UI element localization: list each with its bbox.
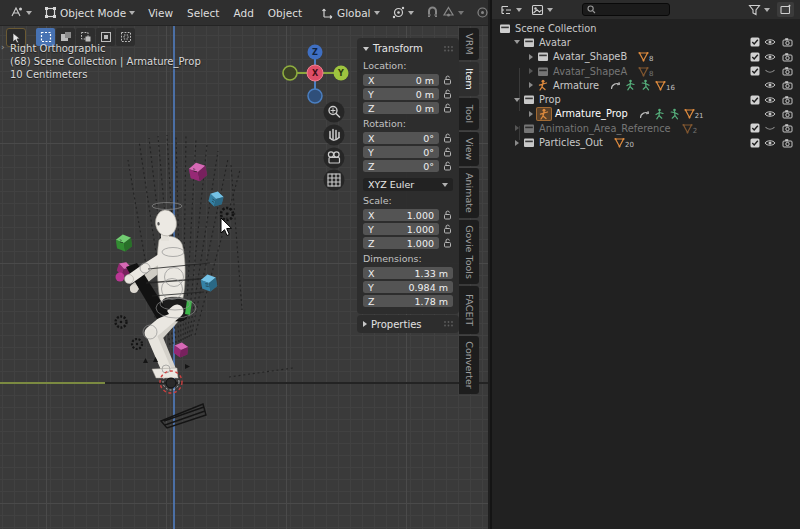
ground-wedge-wireframe[interactable] bbox=[161, 404, 206, 428]
lock-location-z-button[interactable] bbox=[442, 103, 453, 113]
scale-x-field[interactable]: X 1.000 bbox=[363, 209, 439, 221]
hide-eye-toggle[interactable] bbox=[764, 95, 776, 104]
hide-eye-toggle-closed[interactable] bbox=[764, 67, 776, 76]
outliner-row-armature-prop[interactable]: Armature_Prop bbox=[492, 107, 800, 121]
mode-select[interactable]: Object Mode bbox=[39, 4, 140, 21]
rotation-x-field[interactable]: X 0° bbox=[363, 132, 439, 144]
lock-rotation-z-button[interactable] bbox=[442, 161, 453, 171]
outliner-row-particles-out[interactable]: Particles_Out 20 bbox=[492, 135, 800, 149]
lock-rotation-y-button[interactable] bbox=[442, 147, 453, 157]
disclosure-triangle[interactable] bbox=[512, 125, 522, 131]
outliner-row-scene-collection[interactable]: Scene Collection bbox=[492, 21, 800, 35]
tab-animate[interactable]: Animate bbox=[459, 168, 479, 218]
scale-y-field[interactable]: Y 1.000 bbox=[363, 223, 439, 235]
exclude-checkbox[interactable] bbox=[750, 66, 760, 76]
camera-view-button[interactable] bbox=[324, 148, 345, 169]
render-camera-toggle[interactable] bbox=[782, 37, 793, 47]
panel-grip-icon[interactable] bbox=[444, 321, 453, 327]
new-collection-button[interactable] bbox=[777, 2, 794, 17]
lock-rotation-x-button[interactable] bbox=[442, 133, 453, 143]
active-object-text: (68) Scene Collection | Armature_Prop bbox=[10, 55, 201, 68]
hide-eye-toggle[interactable] bbox=[764, 81, 776, 90]
disclosure-triangle[interactable] bbox=[512, 98, 522, 102]
hide-eye-toggle[interactable] bbox=[764, 52, 776, 61]
tab-item[interactable]: Item bbox=[459, 62, 479, 96]
view-axis-gizmo[interactable]: Z Y X bbox=[283, 45, 349, 104]
toolbar-expand-arrow[interactable]: › bbox=[1, 42, 5, 52]
hide-eye-toggle[interactable] bbox=[764, 138, 776, 147]
outliner-row-animation-area-reference[interactable]: Animation_Area_Reference 2 bbox=[492, 121, 800, 135]
exclude-checkbox[interactable] bbox=[750, 52, 760, 62]
dimensions-x-field[interactable]: X 1.33 m bbox=[363, 267, 453, 279]
hide-eye-toggle[interactable] bbox=[764, 38, 776, 47]
hide-eye-toggle-closed[interactable] bbox=[764, 124, 776, 133]
render-camera-toggle[interactable] bbox=[782, 123, 793, 133]
disclosure-triangle[interactable] bbox=[526, 54, 536, 60]
disclosure-triangle[interactable] bbox=[512, 40, 522, 44]
lock-scale-x-button[interactable] bbox=[442, 210, 453, 220]
exclude-checkbox[interactable] bbox=[750, 138, 760, 148]
tab-tool[interactable]: Tool bbox=[459, 98, 479, 130]
outliner-row-avatar-shapea[interactable]: Avatar_ShapeA 8 bbox=[492, 64, 800, 78]
display-mode-button[interactable] bbox=[529, 3, 555, 17]
orientation-select[interactable]: Global bbox=[316, 4, 385, 21]
render-camera-toggle[interactable] bbox=[782, 109, 793, 119]
search-input[interactable] bbox=[599, 5, 661, 15]
tab-faceit[interactable]: FACEIT bbox=[459, 286, 479, 334]
hide-eye-toggle[interactable] bbox=[764, 109, 776, 118]
menu-add[interactable]: Add bbox=[227, 5, 259, 21]
editor-type-button[interactable] bbox=[4, 4, 37, 21]
properties-panel-header[interactable]: Properties bbox=[357, 315, 459, 333]
outliner-row-avatar[interactable]: Avatar bbox=[492, 35, 800, 49]
outliner-search[interactable] bbox=[582, 3, 670, 16]
filter-button[interactable] bbox=[746, 3, 772, 17]
tab-govie-tools[interactable]: Govie Tools bbox=[459, 220, 479, 284]
dimensions-y-field[interactable]: Y 0.984 m bbox=[363, 281, 453, 293]
location-x-field[interactable]: X 0 m bbox=[363, 74, 439, 86]
location-z-field[interactable]: Z 0 m bbox=[363, 102, 439, 114]
render-camera-toggle[interactable] bbox=[782, 80, 793, 90]
menu-select[interactable]: Select bbox=[181, 5, 225, 21]
location-y-field[interactable]: Y 0 m bbox=[363, 88, 439, 100]
menu-view[interactable]: View bbox=[142, 5, 179, 21]
snapping-group[interactable] bbox=[421, 4, 469, 21]
disclosure-triangle[interactable] bbox=[526, 111, 536, 117]
transform-panel-header[interactable]: Transform bbox=[363, 41, 453, 56]
exclude-checkbox[interactable] bbox=[750, 95, 760, 105]
menu-object[interactable]: Object bbox=[262, 5, 308, 21]
scale-z-field[interactable]: Z 1.000 bbox=[363, 237, 439, 249]
tab-converter[interactable]: Converter bbox=[459, 336, 479, 394]
disclosure-triangle[interactable] bbox=[526, 68, 536, 74]
particle-cube-blue-upper[interactable] bbox=[208, 190, 225, 208]
outliner-row-prop[interactable]: Prop bbox=[492, 92, 800, 106]
render-camera-toggle[interactable] bbox=[782, 95, 793, 105]
tab-view[interactable]: View bbox=[459, 132, 479, 166]
grid-overlay-button[interactable] bbox=[324, 170, 345, 191]
render-camera-toggle[interactable] bbox=[782, 66, 793, 76]
render-camera-toggle[interactable] bbox=[782, 52, 793, 62]
lock-location-x-button[interactable] bbox=[442, 75, 453, 85]
particle-cube-green[interactable] bbox=[115, 233, 132, 252]
rotation-mode-dropdown[interactable]: XYZ Euler bbox=[363, 178, 453, 191]
disclosure-triangle[interactable] bbox=[512, 140, 522, 146]
particle-cube-blue-right[interactable] bbox=[200, 273, 218, 292]
rotation-z-field[interactable]: Z 0° bbox=[363, 160, 439, 172]
outliner-editor-type-button[interactable] bbox=[498, 3, 524, 17]
outliner-row-armature[interactable]: Armature bbox=[492, 78, 800, 92]
particle-cube-pink-bottom[interactable] bbox=[173, 342, 188, 359]
dimensions-z-field[interactable]: Z 1.78 m bbox=[363, 295, 453, 307]
exclude-checkbox[interactable] bbox=[750, 123, 760, 133]
disclosure-triangle[interactable] bbox=[526, 82, 536, 88]
lock-scale-y-button[interactable] bbox=[442, 224, 453, 234]
panel-grip-icon[interactable] bbox=[444, 46, 453, 52]
rotation-y-field[interactable]: Y 0° bbox=[363, 146, 439, 158]
outliner-row-avatar-shapeb[interactable]: Avatar_ShapeB 8 bbox=[492, 50, 800, 64]
zoom-button[interactable] bbox=[324, 102, 345, 123]
exclude-checkbox[interactable] bbox=[750, 37, 760, 47]
tab-vrm[interactable]: VRM bbox=[459, 28, 479, 60]
render-camera-toggle[interactable] bbox=[782, 138, 793, 148]
lock-scale-z-button[interactable] bbox=[442, 238, 453, 248]
lock-location-y-button[interactable] bbox=[442, 89, 453, 99]
pivot-point-button[interactable] bbox=[387, 4, 419, 21]
pan-hand-button[interactable] bbox=[324, 125, 345, 146]
